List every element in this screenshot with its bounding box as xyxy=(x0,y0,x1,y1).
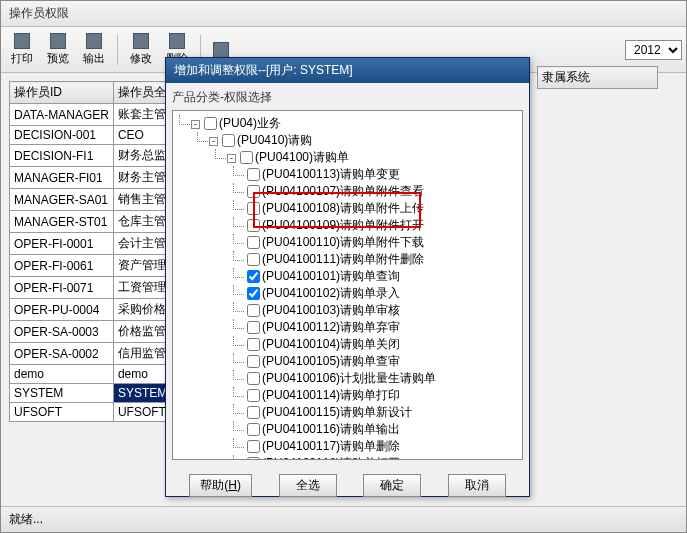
tree-leaf[interactable]: (PU04100112)请购单弃审 xyxy=(245,319,522,336)
select-all-button[interactable]: 全选 xyxy=(279,474,337,497)
tree-leaf-label[interactable]: (PU04100104)请购单关闭 xyxy=(262,337,400,351)
year-select[interactable]: 2012 xyxy=(625,40,682,60)
permission-tree[interactable]: -(PU04)业务 -(PU0410)请购 -(PU04100)请购单 (PU0… xyxy=(172,110,523,460)
tree-leaf[interactable]: (PU04100114)请购单打印 xyxy=(245,387,522,404)
cell-name[interactable]: demo xyxy=(113,365,171,384)
cell-id[interactable]: demo xyxy=(10,365,114,384)
expander-icon[interactable]: - xyxy=(209,137,218,146)
node-checkbox[interactable] xyxy=(247,355,260,368)
tree-leaf[interactable]: (PU04100102)请购单录入 xyxy=(245,285,522,302)
tree-node[interactable]: (PU0410)请购 xyxy=(237,133,312,147)
tree-leaf[interactable]: (PU04100105)请购单查审 xyxy=(245,353,522,370)
expander-icon[interactable]: - xyxy=(191,120,200,129)
tree-leaf-label[interactable]: (PU04100116)请购单输出 xyxy=(262,422,400,436)
table-row[interactable]: MANAGER-SA01销售主管 xyxy=(10,189,172,211)
system-grid[interactable]: 隶属系统 xyxy=(537,66,658,89)
tree-leaf-label[interactable]: (PU04100117)请购单删除 xyxy=(262,439,400,453)
tree-leaf[interactable]: (PU04100118)请购单打开 xyxy=(245,455,522,460)
cell-id[interactable]: MANAGER-ST01 xyxy=(10,211,114,233)
output-button[interactable]: 输出 xyxy=(77,31,111,68)
cell-name[interactable]: UFSOFT xyxy=(113,403,171,422)
tree-leaf-label[interactable]: (PU04100115)请购单新设计 xyxy=(262,405,412,419)
table-row[interactable]: OPER-FI-0071工资管理 xyxy=(10,277,172,299)
table-row[interactable]: SYSTEMSYSTEM xyxy=(10,384,172,403)
tree-node[interactable]: (PU04100)请购单 xyxy=(255,150,349,164)
tree-leaf[interactable]: (PU04100101)请购单查询 xyxy=(245,268,522,285)
cell-name[interactable]: SYSTEM xyxy=(113,384,171,403)
tree-leaf[interactable]: (PU04100103)请购单审核 xyxy=(245,302,522,319)
node-checkbox[interactable] xyxy=(247,338,260,351)
print-button[interactable]: 打印 xyxy=(5,31,39,68)
node-checkbox[interactable] xyxy=(247,372,260,385)
cell-id[interactable]: OPER-SA-0003 xyxy=(10,321,114,343)
col-operator-name[interactable]: 操作员全 xyxy=(113,82,171,104)
tree-leaf[interactable]: (PU04100116)请购单输出 xyxy=(245,421,522,438)
cell-name[interactable]: 信用监管 xyxy=(113,343,171,365)
tree-leaf[interactable]: (PU04100113)请购单变更 xyxy=(245,166,522,183)
tree-leaf-label[interactable]: (PU04100110)请购单附件下载 xyxy=(262,235,424,249)
node-checkbox[interactable] xyxy=(247,304,260,317)
node-checkbox[interactable] xyxy=(204,117,217,130)
tree-leaf-label[interactable]: (PU04100112)请购单弃审 xyxy=(262,320,400,334)
table-row[interactable]: OPER-PU-0004采购价格 xyxy=(10,299,172,321)
table-row[interactable]: MANAGER-ST01仓库主管 xyxy=(10,211,172,233)
cell-id[interactable]: OPER-FI-0001 xyxy=(10,233,114,255)
tree-leaf-label[interactable]: (PU04100108)请购单附件上传 xyxy=(262,201,424,215)
col-system[interactable]: 隶属系统 xyxy=(538,67,658,89)
tree-leaf-label[interactable]: (PU04100114)请购单打印 xyxy=(262,388,400,402)
cell-name[interactable]: 采购价格 xyxy=(113,299,171,321)
table-row[interactable]: demodemo xyxy=(10,365,172,384)
help-button[interactable]: 帮助(H) xyxy=(189,474,252,497)
table-row[interactable]: OPER-FI-0001会计主管 xyxy=(10,233,172,255)
cell-id[interactable]: UFSOFT xyxy=(10,403,114,422)
tree-leaf[interactable]: (PU04100107)请购单附件查看 xyxy=(245,183,522,200)
tree-leaf[interactable]: (PU04100104)请购单关闭 xyxy=(245,336,522,353)
cell-id[interactable]: MANAGER-FI01 xyxy=(10,167,114,189)
cell-id[interactable]: OPER-PU-0004 xyxy=(10,299,114,321)
node-checkbox[interactable] xyxy=(247,389,260,402)
tree-leaf-label[interactable]: (PU04100118)请购单打开 xyxy=(262,456,400,460)
cell-id[interactable]: MANAGER-SA01 xyxy=(10,189,114,211)
tree-leaf-label[interactable]: (PU04100113)请购单变更 xyxy=(262,167,400,181)
cell-id[interactable]: OPER-FI-0071 xyxy=(10,277,114,299)
tree-node[interactable]: (PU04)业务 xyxy=(219,116,281,130)
node-checkbox[interactable] xyxy=(247,270,260,283)
table-row[interactable]: OPER-FI-0061资产管理 xyxy=(10,255,172,277)
tree-leaf[interactable]: (PU04100106)计划批量生请购单 xyxy=(245,370,522,387)
cell-name[interactable]: 销售主管 xyxy=(113,189,171,211)
preview-button[interactable]: 预览 xyxy=(41,31,75,68)
tree-leaf[interactable]: (PU04100109)请购单附件打开 xyxy=(245,217,522,234)
node-checkbox[interactable] xyxy=(247,236,260,249)
tree-leaf[interactable]: (PU04100115)请购单新设计 xyxy=(245,404,522,421)
node-checkbox[interactable] xyxy=(247,287,260,300)
node-checkbox[interactable] xyxy=(247,219,260,232)
table-row[interactable]: OPER-SA-0003价格监管 xyxy=(10,321,172,343)
tree-leaf-label[interactable]: (PU04100109)请购单附件打开 xyxy=(262,218,424,232)
operator-grid[interactable]: 操作员ID 操作员全 DATA-MANAGER账套主管DECISION-001C… xyxy=(9,81,172,422)
tree-leaf-label[interactable]: (PU04100107)请购单附件查看 xyxy=(262,184,424,198)
cell-id[interactable]: DATA-MANAGER xyxy=(10,104,114,126)
cell-name[interactable]: 会计主管 xyxy=(113,233,171,255)
cell-name[interactable]: 账套主管 xyxy=(113,104,171,126)
tree-leaf[interactable]: (PU04100111)请购单附件删除 xyxy=(245,251,522,268)
cell-id[interactable]: SYSTEM xyxy=(10,384,114,403)
table-row[interactable]: OPER-SA-0002信用监管 xyxy=(10,343,172,365)
node-checkbox[interactable] xyxy=(247,406,260,419)
tree-leaf[interactable]: (PU04100108)请购单附件上传 xyxy=(245,200,522,217)
node-checkbox[interactable] xyxy=(247,168,260,181)
edit-button[interactable]: 修改 xyxy=(124,31,158,68)
cell-id[interactable]: DECISION-001 xyxy=(10,126,114,145)
cancel-button[interactable]: 取消 xyxy=(448,474,506,497)
node-checkbox[interactable] xyxy=(222,134,235,147)
tree-leaf[interactable]: (PU04100110)请购单附件下载 xyxy=(245,234,522,251)
node-checkbox[interactable] xyxy=(247,321,260,334)
cell-id[interactable]: DECISION-FI1 xyxy=(10,145,114,167)
node-checkbox[interactable] xyxy=(247,457,260,460)
tree-leaf-label[interactable]: (PU04100103)请购单审核 xyxy=(262,303,400,317)
node-checkbox[interactable] xyxy=(240,151,253,164)
node-checkbox[interactable] xyxy=(247,253,260,266)
node-checkbox[interactable] xyxy=(247,185,260,198)
expander-icon[interactable]: - xyxy=(227,154,236,163)
cell-name[interactable]: 资产管理 xyxy=(113,255,171,277)
tree-leaf[interactable]: (PU04100117)请购单删除 xyxy=(245,438,522,455)
